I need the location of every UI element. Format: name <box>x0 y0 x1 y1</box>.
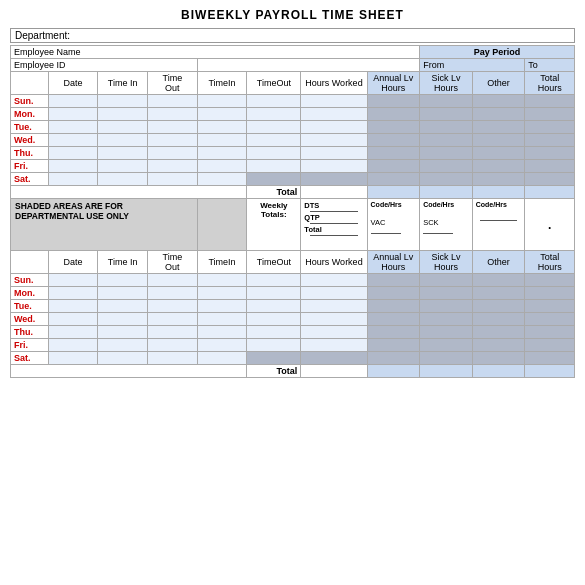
department-row: Department: <box>10 28 575 43</box>
day-fri1: Fri. <box>11 160 49 173</box>
week2-sun: Sun. <box>11 274 575 287</box>
col-date: Date <box>48 72 98 95</box>
col2-annual: Annual Lv Hours <box>367 251 420 274</box>
shaded-info-row: SHADED AREAS ARE FOR DEPARTMENTAL USE ON… <box>11 199 575 251</box>
day-thu1: Thu. <box>11 147 49 160</box>
col-total: Total Hours <box>525 72 575 95</box>
timesheet-table: Employee Name Pay Period Employee ID Fro… <box>10 45 575 378</box>
week1-mon: Mon. <box>11 108 575 121</box>
col2-timeout: TimeOut <box>148 251 198 274</box>
week1-wed: Wed. <box>11 134 575 147</box>
week1-sun: Sun. <box>11 95 575 108</box>
code-sck-cell: Code/Hrs SCK <box>420 199 473 251</box>
week1-sat: Sat. <box>11 173 575 186</box>
code-vac-cell: Code/Hrs VAC <box>367 199 420 251</box>
week2-tue: Tue. <box>11 300 575 313</box>
col-timein2: TimeIn <box>197 72 247 95</box>
col-other: Other <box>472 72 525 95</box>
week1-tue: Tue. <box>11 121 575 134</box>
col-empty <box>11 72 49 95</box>
code-cell3: Code/Hrs <box>472 199 525 251</box>
week2-sat: Sat. <box>11 352 575 365</box>
emp-id-cell: Employee ID <box>11 59 198 72</box>
col-timeout: TimeOut <box>148 72 198 95</box>
col2-hours-worked: Hours Worked <box>301 251 367 274</box>
week1-total-row: Total <box>11 186 575 199</box>
col2-timein2: TimeIn <box>197 251 247 274</box>
col2-total: Total Hours <box>525 251 575 274</box>
week2-mon: Mon. <box>11 287 575 300</box>
day-tue1: Tue. <box>11 121 49 134</box>
week1-fri: Fri. <box>11 160 575 173</box>
weekly-totals-cell: Weekly Totals: <box>247 199 301 251</box>
col-sick: Sick Lv Hours <box>420 72 473 95</box>
day-mon1: Mon. <box>11 108 49 121</box>
pay-period-header: Pay Period <box>420 46 575 59</box>
col2-date: Date <box>48 251 98 274</box>
col-timein: Time In <box>98 72 148 95</box>
col-annual: Annual Lv Hours <box>367 72 420 95</box>
week2-wed: Wed. <box>11 313 575 326</box>
page: BIWEEKLY PAYROLL TIME SHEET Department: … <box>0 0 585 386</box>
col-hours-worked: Hours Worked <box>301 72 367 95</box>
col2-other: Other <box>472 251 525 274</box>
week2-fri: Fri. <box>11 339 575 352</box>
dot-cell: . <box>525 199 575 251</box>
from-cell: From <box>420 59 525 72</box>
page-title: BIWEEKLY PAYROLL TIME SHEET <box>10 8 575 22</box>
shaded-info-cell: SHADED AREAS ARE FOR DEPARTMENTAL USE ON… <box>11 199 198 251</box>
col2-sick: Sick Lv Hours <box>420 251 473 274</box>
day-wed1: Wed. <box>11 134 49 147</box>
total-label-1: Total <box>247 186 301 199</box>
emp-name-header: Employee Name <box>11 46 420 59</box>
dept-label: Department: <box>15 30 70 41</box>
week2-total-row: Total <box>11 365 575 378</box>
day-sat1: Sat. <box>11 173 49 186</box>
week2-thu: Thu. <box>11 326 575 339</box>
code-dts-cell: DTS QTP Total <box>301 199 367 251</box>
col2-timeout2: TimeOut <box>247 251 301 274</box>
col-timeout2: TimeOut <box>247 72 301 95</box>
total-label-2: Total <box>247 365 301 378</box>
col2-timein: Time In <box>98 251 148 274</box>
week1-thu: Thu. <box>11 147 575 160</box>
day-sun1: Sun. <box>11 95 49 108</box>
to-cell: To <box>525 59 575 72</box>
